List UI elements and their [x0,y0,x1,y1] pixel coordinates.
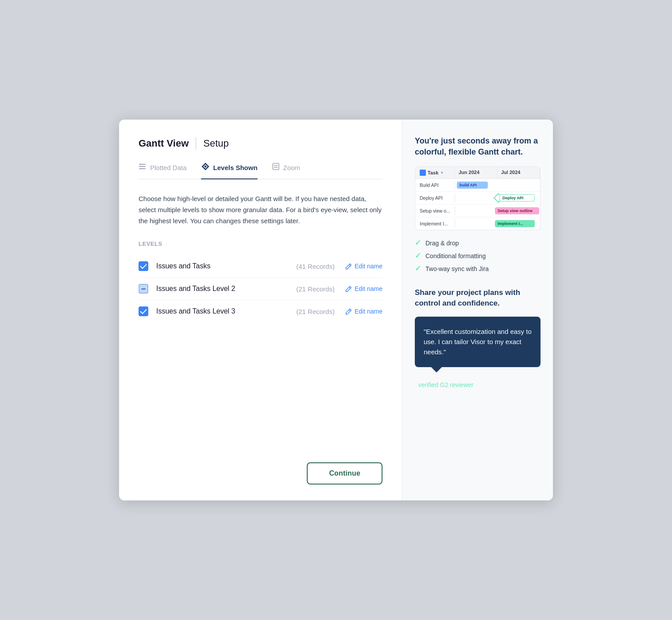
zoom-icon [272,163,280,173]
gantt-task-name-1: Build API [415,181,455,190]
dropdown-arrow-icon: ▾ [441,170,443,175]
plotted-data-icon [139,163,147,173]
page-title-setup: Setup [203,138,229,149]
gantt-bar-setup-view: Setup view outline [495,207,539,214]
svg-rect-1 [139,166,146,167]
feature-conditional-formatting: ✓ Conditional formatting [415,251,541,260]
edit-name-button-1[interactable]: Edit name [345,263,382,270]
tab-plotted-data-label: Plotted Data [150,164,187,171]
edit-label-3: Edit name [355,308,382,315]
continue-button[interactable]: Continue [307,462,382,484]
feature-label-3: Two-way sync with Jira [425,265,489,272]
level-row-2: Issues and Tasks Level 2(21 Records) Edi… [139,278,382,300]
description-text: Choose how high-level or detailed your G… [139,194,382,226]
edit-label-1: Edit name [355,263,382,270]
svg-rect-9 [273,163,279,170]
gantt-month-july: Jul 2024 [498,167,540,178]
page-title-gantt: Gantt View [139,138,189,149]
tab-levels-shown[interactable]: Levels Shown [201,162,258,179]
task-icon [420,170,426,176]
checkbox-wrap-1[interactable] [139,261,148,271]
gantt-bars-3: Setup view outline [455,205,540,217]
svg-rect-2 [139,168,146,169]
level-name-1: Issues and Tasks [156,262,293,270]
gantt-bars-2: Deploy API [455,192,540,204]
left-panel: Gantt View Setup Plotted Data [119,120,402,500]
level-row-1: Issues and Tasks(41 Records) Edit name [139,255,382,278]
levels-shown-icon [201,162,210,173]
gantt-task-name-4: Implement I... [415,219,455,228]
level-name-3: Issues and Tasks Level 3 [156,307,293,315]
modal-container: Gantt View Setup Plotted Data [119,120,553,500]
svg-rect-0 [139,164,146,165]
level-name-2: Issues and Tasks Level 2 [156,285,293,293]
checkbox-wrap-2[interactable] [139,284,148,294]
tab-zoom[interactable]: Zoom [272,163,300,179]
gantt-month-june: Jun 2024 [455,167,498,178]
quote-text: "Excellent customization and easy to use… [424,328,532,356]
feature-label-1: Drag & drop [425,240,459,247]
tab-zoom-label: Zoom [283,164,300,171]
gantt-row-build-api: Build API build API [415,179,540,192]
gantt-row-deploy-api: Deploy API Deploy API [415,192,540,205]
svg-rect-4 [139,166,140,167]
level-row-3: Issues and Tasks Level 3(21 Records) Edi… [139,300,382,322]
tabs-container: Plotted Data Levels Shown [139,162,382,179]
gantt-bars-1: build API [455,179,540,191]
pencil-icon-2 [345,286,352,292]
gantt-bar-deploy-api: Deploy API [499,194,535,202]
g2-reviewer: verified G2 reviewer [415,381,541,388]
gantt-preview-header: Task ▾ Jun 2024 Jul 2024 [415,167,540,179]
level-count-2: (21 Records) [296,285,335,293]
header-divider [196,137,196,150]
feature-label-2: Conditional formatting [425,252,486,260]
promo-title: You're just seconds away from a colorful… [415,136,541,158]
gantt-task-header-label: Task [428,170,438,175]
edit-name-button-2[interactable]: Edit name [345,285,382,292]
right-panel: You're just seconds away from a colorful… [402,120,553,500]
gantt-bar-build-api: build API [457,182,488,189]
share-title: Share your project plans with control an… [415,287,541,309]
tab-plotted-data[interactable]: Plotted Data [139,163,187,179]
levels-list: Issues and Tasks(41 Records) Edit nameIs… [139,255,382,322]
svg-rect-3 [139,164,140,165]
gantt-bar-implement: Implement I... [495,220,535,227]
page-header: Gantt View Setup [139,137,382,150]
check-icon-3: ✓ [415,264,421,273]
gantt-row-setup-view: Setup view o... Setup view outline [415,205,540,217]
gantt-task-name-2: Deploy API [415,194,455,202]
checkbox-wrap-3[interactable] [139,306,148,316]
gantt-months: Jun 2024 Jul 2024 [455,167,540,178]
feature-list: ✓ Drag & drop ✓ Conditional formatting ✓… [415,238,541,273]
gantt-row-implement: Implement I... Implement I... [415,217,540,230]
edit-label-2: Edit name [355,285,382,292]
tab-levels-shown-label: Levels Shown [213,164,258,171]
gantt-preview: Task ▾ Jun 2024 Jul 2024 Build API build… [415,167,541,230]
gantt-task-name-3: Setup view o... [415,206,455,215]
pencil-icon-3 [345,308,352,315]
pencil-icon-1 [345,263,352,270]
check-icon-2: ✓ [415,251,421,260]
levels-section-label: Levels [139,240,382,247]
gantt-task-header: Task ▾ [415,167,455,178]
level-count-3: (21 Records) [296,308,335,315]
edit-name-button-3[interactable]: Edit name [345,308,382,315]
feature-jira-sync: ✓ Two-way sync with Jira [415,264,541,273]
level-count-1: (41 Records) [296,263,335,270]
check-icon-1: ✓ [415,238,421,248]
quote-box: "Excellent customization and easy to use… [415,317,541,367]
svg-rect-5 [139,168,140,169]
continue-wrap: Continue [139,452,382,484]
feature-drag-drop: ✓ Drag & drop [415,238,541,248]
gantt-bars-4: Implement I... [455,217,540,230]
